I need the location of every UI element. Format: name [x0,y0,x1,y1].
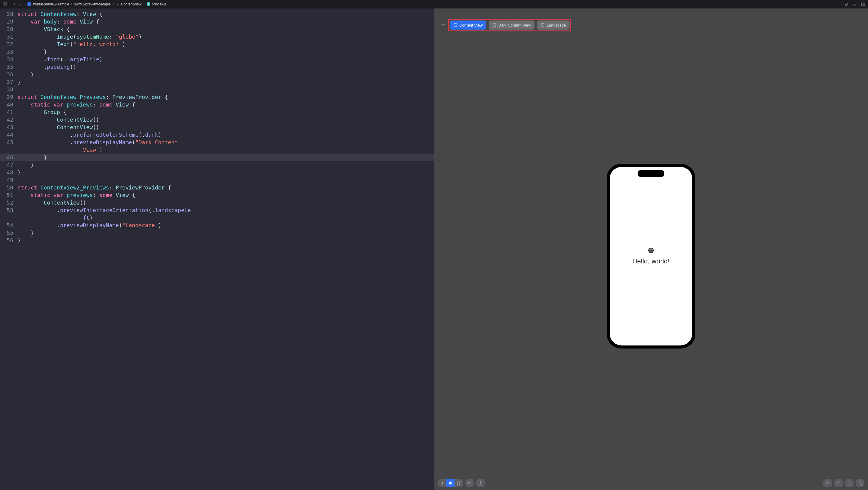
preview-tab[interactable]: Content View [450,21,486,30]
code-line[interactable]: 46 } [0,154,434,161]
svg-rect-14 [541,24,544,27]
code-line[interactable]: 44 .preferredColorScheme(.dark) [0,131,434,138]
svg-rect-22 [457,482,459,483]
code-line[interactable]: 47 } [0,161,434,169]
line-number: 40 [0,101,18,108]
code-line[interactable]: 30 VStack { [0,25,434,33]
top-bar-left: swiftui-preview-sampleswiftui-preview-sa… [2,2,166,7]
breadcrumb-item[interactable]: swiftui-preview-sample [74,2,111,6]
code-text: .previewDisplayName("Landscape") [18,222,434,229]
code-line[interactable]: 31 Image(systemName: "globe") [0,33,434,40]
preview-tab-label: Content View [459,23,483,28]
code-line[interactable]: 52 ContentView() [0,199,434,206]
code-line[interactable]: 38 [0,86,434,93]
code-text: } [18,229,434,236]
svg-rect-13 [493,24,496,27]
code-line[interactable]: 34 .font(.largeTitle) [0,56,434,63]
code-text: struct ContentView2_Previews: PreviewPro… [18,184,434,191]
code-text: .previewInterfaceOrientation(.landscapeL… [18,206,434,214]
svg-rect-4 [28,2,31,6]
zoom-out-button[interactable] [823,479,832,487]
live-preview-button[interactable] [438,479,446,487]
toggle-sidebar-icon[interactable] [861,2,866,7]
line-number: 35 [0,63,18,71]
code-text: struct ContentView_Previews: PreviewProv… [18,93,434,101]
code-line[interactable]: ft) [0,214,434,222]
zoom-actual-button[interactable] [834,479,843,487]
line-number: 46 [0,154,18,161]
forward-button[interactable] [18,2,22,7]
code-line[interactable]: 49 [0,176,434,184]
code-line[interactable]: 40 static var previews: some View { [0,101,434,108]
code-line[interactable]: 51 static var previews: some View { [0,191,434,199]
svg-marker-20 [441,482,443,485]
refresh-icon[interactable] [844,2,849,7]
svg-point-33 [837,482,839,484]
zoom-fit-button[interactable]: 1 [845,479,854,487]
line-number: 42 [0,116,18,123]
code-line[interactable]: 29 var body: some View { [0,18,434,25]
code-line[interactable]: View") [0,146,434,154]
code-line[interactable]: 35 .padding() [0,63,434,71]
preview-tab[interactable]: Dark Content View [489,21,534,30]
pin-button[interactable] [439,21,447,29]
svg-point-27 [469,483,469,483]
breadcrumb-item[interactable]: Ppreviews [146,2,166,6]
code-text: View") [18,146,434,154]
code-line[interactable]: 53 .previewInterfaceOrientation(.landsca… [0,206,434,214]
breadcrumb-label: swiftui-preview-sample [33,2,69,6]
code-line[interactable]: 45 .previewDisplayName("Dark Content [0,138,434,146]
preview-canvas: Content ViewDark Content ViewLandscape H… [434,8,868,490]
variants-preview-button[interactable] [455,479,463,487]
code-line[interactable]: 32 Text("Hello, world!") [0,40,434,48]
svg-rect-2 [3,4,4,6]
preview-bottom-left [438,479,485,487]
code-line[interactable]: 37} [0,78,434,86]
code-text: var body: some View { [18,18,434,25]
code-editor[interactable]: 28struct ContentView: View {29 var body:… [0,8,434,490]
device-settings-button[interactable] [465,479,474,487]
code-line[interactable]: 50struct ContentView2_Previews: PreviewP… [0,184,434,191]
adjust-icon[interactable] [852,2,857,7]
iphone-frame: Hello, world! [607,164,695,349]
code-line[interactable]: 33 } [0,48,434,56]
line-number: 31 [0,33,18,40]
code-line[interactable]: 48} [0,169,434,176]
app-content: Hello, world! [632,247,670,265]
code-lines: 28struct ContentView: View {29 var body:… [0,8,434,244]
svg-rect-25 [459,484,461,485]
code-line[interactable]: 42 ContentView() [0,116,434,123]
code-line[interactable]: 56} [0,236,434,244]
code-text: .previewDisplayName("Dark Content [18,138,434,146]
preview-info-button[interactable] [476,479,485,487]
preview-tab-label: Landscape [547,23,566,28]
code-line[interactable]: 54 .previewDisplayName("Landscape") [0,222,434,229]
code-line[interactable]: 41 Group { [0,108,434,116]
navigator-icon[interactable] [2,2,7,7]
line-number: 38 [0,86,18,93]
selectable-preview-button[interactable] [446,479,455,487]
breadcrumb-item[interactable]: swiftui-preview-sample [27,2,69,6]
code-line[interactable]: 43 ContentView() [0,123,434,131]
code-line[interactable]: 55 } [0,229,434,236]
line-number: 32 [0,40,18,48]
code-text: } [18,78,434,86]
zoom-in-button[interactable] [856,479,864,487]
device-stage: Hello, world! [434,25,868,487]
line-number: 52 [0,199,18,206]
back-button[interactable] [12,2,17,7]
preview-tab[interactable]: Landscape [537,21,569,30]
code-line[interactable]: 36 } [0,71,434,78]
code-text: } [18,71,434,78]
code-text: } [18,236,434,244]
svg-point-29 [480,483,481,484]
svg-rect-26 [468,482,471,484]
code-line[interactable]: 28struct ContentView: View { [0,10,434,18]
code-text: ContentView() [18,116,434,123]
preview-bottom-right: 1 [823,479,864,487]
code-text: struct ContentView: View { [18,10,434,18]
code-text: } [18,154,434,161]
dynamic-island [638,170,664,177]
breadcrumb-item[interactable]: ContentView [116,2,142,6]
code-line[interactable]: 39struct ContentView_Previews: PreviewPr… [0,93,434,101]
